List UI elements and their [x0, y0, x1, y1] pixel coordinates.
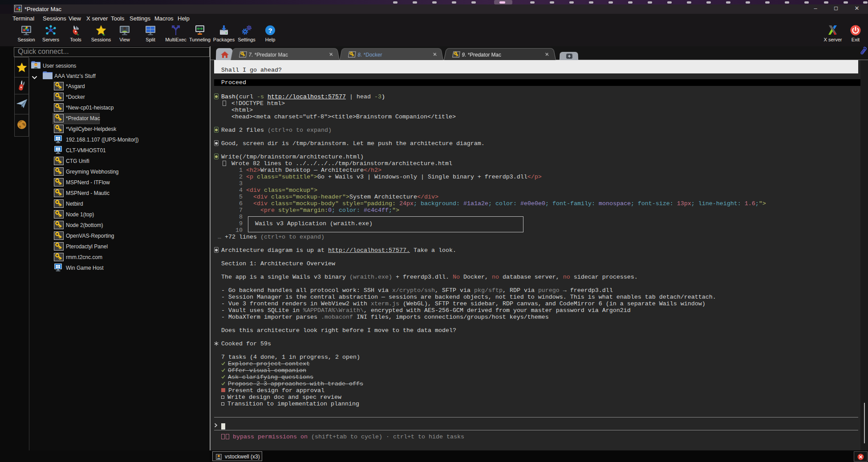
- svg-text:?: ?: [268, 27, 272, 34]
